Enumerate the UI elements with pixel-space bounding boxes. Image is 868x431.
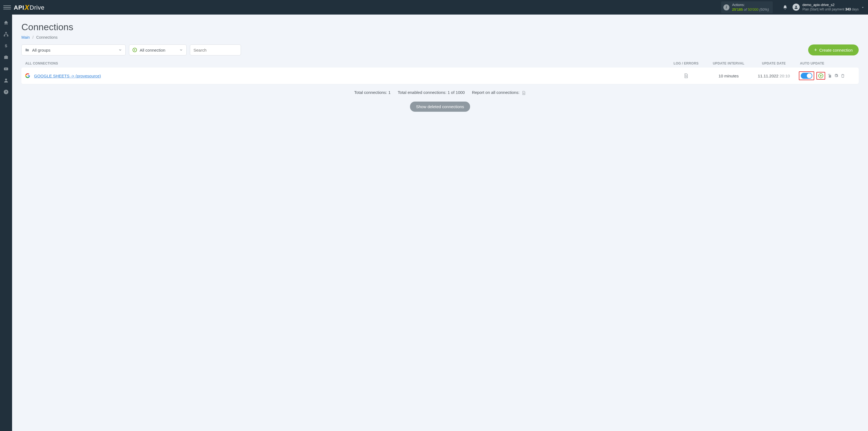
user-menu[interactable]: demo_apix-drive_s2 Plan |Start| left unt… [793, 3, 859, 11]
groups-label: All groups [32, 48, 51, 53]
summary-row: Total connections: 1 Total enabled conne… [22, 90, 859, 95]
user-icon[interactable] [3, 78, 9, 83]
search-box [190, 44, 241, 56]
actions-used: 25'185 [732, 7, 743, 11]
svg-rect-2 [4, 35, 5, 36]
actions-label: Actions: [732, 3, 769, 7]
th-interval: UPDATE INTERVAL [707, 61, 750, 65]
user-text: demo_apix-drive_s2 Plan |Start| left unt… [802, 3, 859, 11]
menu-toggle[interactable] [3, 4, 11, 11]
document-icon[interactable] [522, 91, 526, 95]
highlight-toggle [799, 71, 814, 80]
trash-icon[interactable] [841, 73, 845, 78]
info-icon: i [723, 4, 730, 10]
plan-info: Plan |Start| left until payment 343 days [802, 7, 859, 12]
connection-filter-select[interactable]: All connection [129, 44, 187, 56]
chevron-down-icon [179, 48, 183, 52]
search-input[interactable] [193, 48, 237, 53]
page-title: Connections [22, 22, 859, 32]
video-icon[interactable] [3, 66, 9, 72]
chevron-down-icon[interactable] [861, 5, 865, 9]
document-icon [684, 73, 688, 78]
summary-report-wrap: Report on all connections: [472, 90, 526, 95]
folder-icon [25, 48, 29, 52]
logo-api: API [14, 4, 24, 11]
log-cell[interactable] [665, 73, 707, 78]
actions-text: Actions: 25'185 of 50'000 (50%) [732, 3, 769, 12]
th-date: UPDATE DATE [750, 61, 797, 65]
connection-name-link[interactable]: GOOGLE SHEETS -> (provesource) [34, 73, 665, 78]
briefcase-icon[interactable] [3, 55, 9, 60]
logo-x-icon: X [24, 3, 29, 12]
copy-icon[interactable] [827, 73, 832, 78]
actions-counter[interactable]: i Actions: 25'185 of 50'000 (50%) [721, 1, 773, 13]
actions-of: of [744, 7, 747, 11]
table-header: ALL CONNECTIONS LOG / ERRORS UPDATE INTE… [22, 59, 859, 67]
actions-pct: (50%) [759, 7, 769, 11]
summary-total: Total connections: 1 [354, 90, 391, 95]
actions-cell [797, 71, 855, 80]
breadcrumb-current: Connections [36, 35, 58, 39]
username: demo_apix-drive_s2 [802, 3, 859, 7]
main-content: Connections Main / Connections All group… [12, 14, 868, 431]
auto-update-toggle[interactable] [801, 73, 812, 79]
create-label: Create connection [819, 48, 852, 53]
google-icon [25, 73, 30, 78]
notifications-icon[interactable] [783, 5, 787, 10]
help-icon[interactable]: ? [3, 89, 9, 95]
dollar-icon[interactable]: $ [3, 43, 9, 49]
filter-row: All groups All connection + Create conne… [22, 44, 859, 56]
play-circle-icon [132, 48, 137, 52]
svg-rect-9 [829, 75, 831, 78]
svg-text:$: $ [5, 43, 7, 48]
actions-total: 50'000 [748, 7, 758, 11]
interval-cell: 10 minutes [707, 73, 750, 78]
home-icon[interactable] [3, 20, 9, 26]
svg-rect-3 [7, 35, 8, 36]
svg-rect-1 [5, 32, 7, 33]
th-auto: AUTO UPDATE [797, 61, 855, 65]
show-deleted-button[interactable]: Show deleted connections [410, 101, 470, 112]
th-log: LOG / ERRORS [665, 61, 707, 65]
sidebar: $ ? [0, 14, 12, 431]
groups-select[interactable]: All groups [22, 44, 126, 56]
svg-text:?: ? [5, 90, 7, 94]
th-name: ALL CONNECTIONS [25, 61, 665, 65]
create-connection-button[interactable]: + Create connection [808, 44, 859, 56]
svg-point-0 [795, 6, 797, 7]
svg-point-6 [5, 79, 7, 81]
summary-report: Report on all connections: [472, 90, 520, 95]
logo[interactable]: API X Drive [14, 3, 44, 11]
summary-enabled: Total enabled connections: 1 of 1000 [398, 90, 465, 95]
chevron-down-icon [118, 48, 122, 52]
breadcrumb-sep: / [32, 35, 33, 39]
topbar: API X Drive i Actions: 25'185 of 50'000 … [0, 0, 868, 14]
plus-icon: + [814, 47, 817, 53]
breadcrumb-main[interactable]: Main [22, 35, 30, 39]
highlight-run [816, 72, 825, 80]
connection-row: GOOGLE SHEETS -> (provesource) 10 minute… [22, 67, 859, 84]
logo-drive: Drive [30, 4, 44, 11]
gear-icon[interactable] [834, 73, 838, 78]
sitemap-icon[interactable] [3, 32, 9, 37]
run-now-button[interactable] [818, 73, 823, 78]
conn-filter-label: All connection [140, 48, 165, 53]
date-cell: 11.11.2022 20:10 [750, 73, 797, 78]
avatar-icon [793, 4, 800, 11]
breadcrumb: Main / Connections [22, 35, 859, 39]
